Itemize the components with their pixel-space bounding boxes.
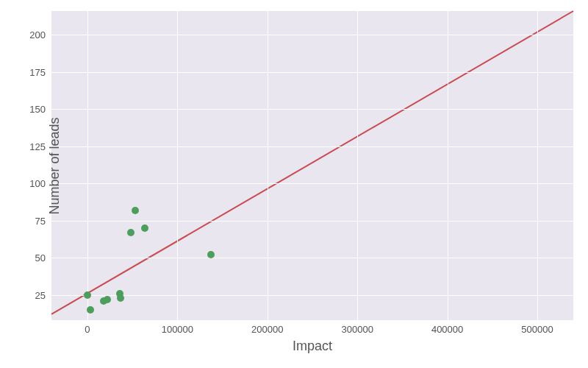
grid-line-h bbox=[51, 35, 573, 35]
grid-line-h bbox=[51, 109, 573, 110]
y-tick-label: 200 bbox=[29, 29, 46, 40]
grid-line-v bbox=[537, 11, 538, 320]
grid-line-h bbox=[51, 146, 573, 147]
data-point bbox=[141, 224, 148, 232]
chart-figure: Impact Number of leads 01000002000003000… bbox=[0, 0, 588, 368]
y-axis-label: Number of leads bbox=[6, 11, 103, 320]
y-tick-label: 25 bbox=[35, 289, 46, 300]
data-point bbox=[104, 296, 111, 303]
data-point bbox=[127, 229, 135, 236]
svg-line-0 bbox=[51, 11, 573, 314]
x-tick-label: 100000 bbox=[162, 324, 193, 335]
regression-line bbox=[51, 11, 573, 320]
y-tick-label: 50 bbox=[35, 252, 46, 263]
grid-line-h bbox=[51, 258, 573, 258]
y-tick-label: 100 bbox=[29, 178, 46, 189]
x-tick-label: 300000 bbox=[342, 324, 373, 335]
grid-line-v bbox=[268, 11, 268, 320]
x-tick-label: 200000 bbox=[251, 324, 283, 335]
data-point bbox=[132, 207, 139, 214]
data-point bbox=[117, 294, 124, 302]
y-tick-label: 125 bbox=[29, 141, 46, 152]
y-tick-label: 175 bbox=[29, 66, 46, 77]
grid-line-v bbox=[177, 11, 178, 320]
x-tick-label: 0 bbox=[85, 324, 90, 335]
grid-line-h bbox=[51, 295, 573, 296]
data-point bbox=[207, 251, 215, 258]
grid-line-h bbox=[51, 221, 573, 222]
grid-line-h bbox=[51, 72, 573, 73]
x-tick-label: 400000 bbox=[431, 324, 463, 335]
x-axis-label: Impact bbox=[51, 339, 573, 354]
grid-line-h bbox=[51, 183, 573, 184]
x-tick-label: 500000 bbox=[521, 324, 553, 335]
grid-line-v bbox=[448, 11, 448, 320]
grid-line-v bbox=[357, 11, 358, 320]
y-tick-label: 75 bbox=[35, 215, 46, 226]
plot-area bbox=[51, 11, 573, 320]
y-tick-label: 150 bbox=[29, 104, 46, 115]
